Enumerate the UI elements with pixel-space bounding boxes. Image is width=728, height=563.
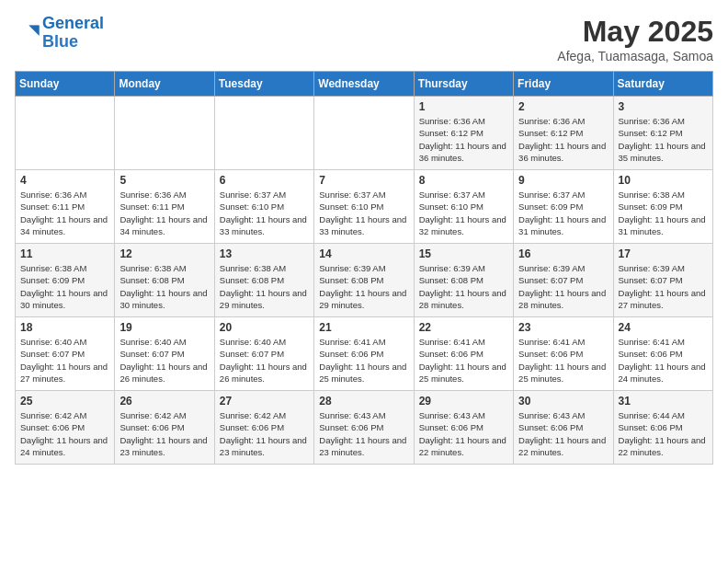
calendar-cell: 25Sunrise: 6:42 AM Sunset: 6:06 PM Dayli… bbox=[16, 391, 115, 465]
logo-icon bbox=[15, 20, 40, 46]
day-number: 7 bbox=[319, 174, 408, 187]
day-number: 28 bbox=[319, 395, 408, 408]
calendar-cell: 5Sunrise: 6:36 AM Sunset: 6:11 PM Daylig… bbox=[115, 170, 214, 244]
calendar-cell bbox=[314, 97, 414, 170]
day-info: Sunrise: 6:39 AM Sunset: 6:08 PM Dayligh… bbox=[319, 262, 408, 311]
calendar-cell: 16Sunrise: 6:39 AM Sunset: 6:07 PM Dayli… bbox=[514, 244, 613, 317]
calendar-week-row: 1Sunrise: 6:36 AM Sunset: 6:12 PM Daylig… bbox=[16, 97, 713, 170]
weekday-header-thursday: Thursday bbox=[414, 72, 513, 97]
day-info: Sunrise: 6:37 AM Sunset: 6:09 PM Dayligh… bbox=[518, 189, 608, 237]
day-info: Sunrise: 6:38 AM Sunset: 6:09 PM Dayligh… bbox=[619, 189, 708, 237]
calendar-cell: 12Sunrise: 6:38 AM Sunset: 6:08 PM Dayli… bbox=[115, 244, 214, 317]
calendar-cell: 13Sunrise: 6:38 AM Sunset: 6:08 PM Dayli… bbox=[214, 244, 313, 317]
day-info: Sunrise: 6:41 AM Sunset: 6:06 PM Dayligh… bbox=[619, 336, 708, 385]
calendar-cell: 26Sunrise: 6:42 AM Sunset: 6:06 PM Dayli… bbox=[115, 391, 214, 465]
day-number: 25 bbox=[20, 395, 109, 408]
weekday-header-row: SundayMondayTuesdayWednesdayThursdayFrid… bbox=[16, 72, 713, 97]
day-number: 18 bbox=[20, 321, 109, 334]
day-number: 26 bbox=[119, 395, 209, 408]
logo-text-line1: General bbox=[42, 15, 104, 33]
page-header: General Blue May 2025 Afega, Tuamasaga, … bbox=[15, 15, 713, 63]
day-info: Sunrise: 6:37 AM Sunset: 6:10 PM Dayligh… bbox=[419, 189, 508, 237]
day-number: 11 bbox=[20, 247, 109, 260]
calendar-cell: 8Sunrise: 6:37 AM Sunset: 6:10 PM Daylig… bbox=[414, 170, 513, 244]
day-info: Sunrise: 6:41 AM Sunset: 6:06 PM Dayligh… bbox=[419, 336, 508, 385]
day-info: Sunrise: 6:40 AM Sunset: 6:07 PM Dayligh… bbox=[220, 336, 309, 385]
logo: General Blue bbox=[15, 15, 104, 52]
calendar-cell: 27Sunrise: 6:42 AM Sunset: 6:06 PM Dayli… bbox=[214, 391, 313, 465]
day-number: 19 bbox=[119, 321, 209, 334]
day-info: Sunrise: 6:42 AM Sunset: 6:06 PM Dayligh… bbox=[20, 409, 109, 458]
day-info: Sunrise: 6:41 AM Sunset: 6:06 PM Dayligh… bbox=[319, 336, 408, 385]
day-number: 17 bbox=[619, 247, 708, 260]
day-number: 13 bbox=[220, 247, 309, 260]
day-info: Sunrise: 6:38 AM Sunset: 6:08 PM Dayligh… bbox=[119, 262, 209, 311]
day-number: 1 bbox=[419, 100, 508, 113]
day-number: 6 bbox=[220, 174, 309, 187]
day-info: Sunrise: 6:39 AM Sunset: 6:07 PM Dayligh… bbox=[619, 262, 708, 311]
calendar-cell: 2Sunrise: 6:36 AM Sunset: 6:12 PM Daylig… bbox=[514, 97, 613, 170]
day-number: 27 bbox=[220, 395, 309, 408]
day-info: Sunrise: 6:39 AM Sunset: 6:07 PM Dayligh… bbox=[518, 262, 608, 311]
calendar-cell: 28Sunrise: 6:43 AM Sunset: 6:06 PM Dayli… bbox=[314, 391, 414, 465]
calendar-cell: 4Sunrise: 6:36 AM Sunset: 6:11 PM Daylig… bbox=[16, 170, 115, 244]
calendar-cell bbox=[16, 97, 115, 170]
day-info: Sunrise: 6:43 AM Sunset: 6:06 PM Dayligh… bbox=[518, 409, 608, 458]
day-number: 14 bbox=[319, 247, 408, 260]
calendar-cell: 29Sunrise: 6:43 AM Sunset: 6:06 PM Dayli… bbox=[414, 391, 513, 465]
calendar-cell: 10Sunrise: 6:38 AM Sunset: 6:09 PM Dayli… bbox=[613, 170, 712, 244]
day-info: Sunrise: 6:44 AM Sunset: 6:06 PM Dayligh… bbox=[619, 409, 708, 458]
calendar-cell: 3Sunrise: 6:36 AM Sunset: 6:12 PM Daylig… bbox=[613, 97, 712, 170]
day-info: Sunrise: 6:40 AM Sunset: 6:07 PM Dayligh… bbox=[20, 336, 109, 385]
calendar-cell: 30Sunrise: 6:43 AM Sunset: 6:06 PM Dayli… bbox=[514, 391, 613, 465]
calendar-cell: 19Sunrise: 6:40 AM Sunset: 6:07 PM Dayli… bbox=[115, 317, 214, 391]
day-info: Sunrise: 6:43 AM Sunset: 6:06 PM Dayligh… bbox=[419, 409, 508, 458]
day-number: 4 bbox=[20, 174, 109, 187]
calendar-cell: 20Sunrise: 6:40 AM Sunset: 6:07 PM Dayli… bbox=[214, 317, 313, 391]
day-info: Sunrise: 6:43 AM Sunset: 6:06 PM Dayligh… bbox=[319, 409, 408, 458]
calendar-cell bbox=[115, 97, 214, 170]
day-info: Sunrise: 6:37 AM Sunset: 6:10 PM Dayligh… bbox=[319, 189, 408, 237]
calendar-cell: 24Sunrise: 6:41 AM Sunset: 6:06 PM Dayli… bbox=[613, 317, 712, 391]
day-number: 24 bbox=[619, 321, 708, 334]
calendar-cell: 22Sunrise: 6:41 AM Sunset: 6:06 PM Dayli… bbox=[414, 317, 513, 391]
day-info: Sunrise: 6:38 AM Sunset: 6:09 PM Dayligh… bbox=[20, 262, 109, 311]
day-info: Sunrise: 6:37 AM Sunset: 6:10 PM Dayligh… bbox=[220, 189, 309, 237]
title-block: May 2025 Afega, Tuamasaga, Samoa bbox=[557, 15, 713, 63]
day-number: 12 bbox=[119, 247, 209, 260]
calendar-cell: 6Sunrise: 6:37 AM Sunset: 6:10 PM Daylig… bbox=[214, 170, 313, 244]
day-info: Sunrise: 6:42 AM Sunset: 6:06 PM Dayligh… bbox=[119, 409, 209, 458]
calendar-cell: 11Sunrise: 6:38 AM Sunset: 6:09 PM Dayli… bbox=[16, 244, 115, 317]
day-number: 5 bbox=[119, 174, 209, 187]
calendar-title: May 2025 bbox=[557, 15, 713, 49]
day-info: Sunrise: 6:41 AM Sunset: 6:06 PM Dayligh… bbox=[518, 336, 608, 385]
weekday-header-friday: Friday bbox=[514, 72, 613, 97]
calendar-subtitle: Afega, Tuamasaga, Samoa bbox=[557, 49, 713, 63]
day-info: Sunrise: 6:36 AM Sunset: 6:11 PM Dayligh… bbox=[119, 189, 209, 237]
calendar-cell: 14Sunrise: 6:39 AM Sunset: 6:08 PM Dayli… bbox=[314, 244, 414, 317]
calendar-cell: 18Sunrise: 6:40 AM Sunset: 6:07 PM Dayli… bbox=[16, 317, 115, 391]
calendar-cell: 21Sunrise: 6:41 AM Sunset: 6:06 PM Dayli… bbox=[314, 317, 414, 391]
day-info: Sunrise: 6:36 AM Sunset: 6:12 PM Dayligh… bbox=[419, 115, 508, 164]
calendar-cell: 17Sunrise: 6:39 AM Sunset: 6:07 PM Dayli… bbox=[613, 244, 712, 317]
day-number: 8 bbox=[419, 174, 508, 187]
day-number: 16 bbox=[518, 247, 608, 260]
day-number: 9 bbox=[518, 174, 608, 187]
calendar-week-row: 18Sunrise: 6:40 AM Sunset: 6:07 PM Dayli… bbox=[16, 317, 713, 391]
calendar-cell: 15Sunrise: 6:39 AM Sunset: 6:08 PM Dayli… bbox=[414, 244, 513, 317]
weekday-header-wednesday: Wednesday bbox=[314, 72, 414, 97]
day-info: Sunrise: 6:36 AM Sunset: 6:11 PM Dayligh… bbox=[20, 189, 109, 237]
day-number: 10 bbox=[619, 174, 708, 187]
day-info: Sunrise: 6:38 AM Sunset: 6:08 PM Dayligh… bbox=[220, 262, 309, 311]
day-number: 22 bbox=[419, 321, 508, 334]
day-number: 23 bbox=[518, 321, 608, 334]
day-number: 21 bbox=[319, 321, 408, 334]
logo-text-line2: Blue bbox=[42, 33, 104, 52]
calendar-cell bbox=[214, 97, 313, 170]
calendar-cell: 1Sunrise: 6:36 AM Sunset: 6:12 PM Daylig… bbox=[414, 97, 513, 170]
calendar-cell: 23Sunrise: 6:41 AM Sunset: 6:06 PM Dayli… bbox=[514, 317, 613, 391]
day-number: 31 bbox=[619, 395, 708, 408]
calendar-week-row: 11Sunrise: 6:38 AM Sunset: 6:09 PM Dayli… bbox=[16, 244, 713, 317]
day-info: Sunrise: 6:39 AM Sunset: 6:08 PM Dayligh… bbox=[419, 262, 508, 311]
calendar-table: SundayMondayTuesdayWednesdayThursdayFrid… bbox=[15, 71, 713, 465]
